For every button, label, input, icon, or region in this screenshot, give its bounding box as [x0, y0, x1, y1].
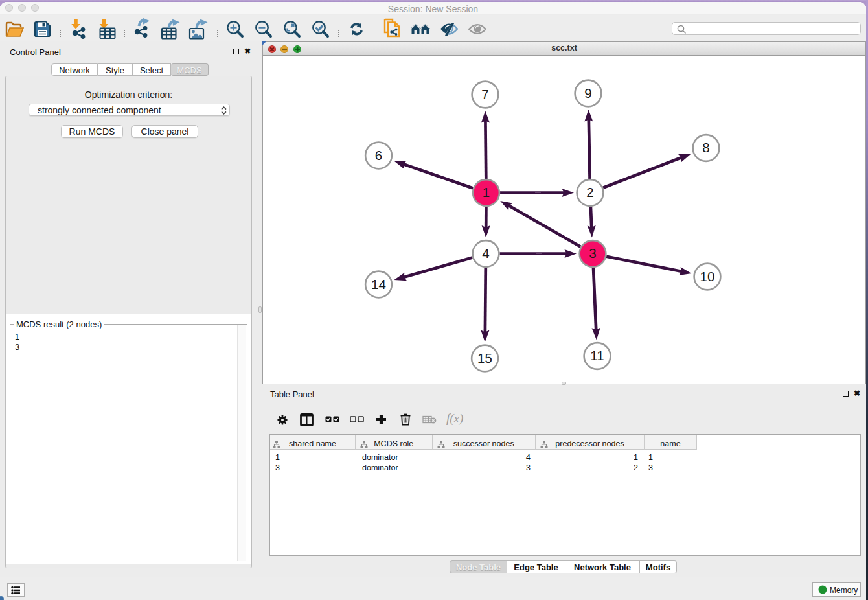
svg-text:9: 9 [584, 86, 591, 100]
svg-text:10: 10 [700, 269, 715, 284]
svg-text:15: 15 [477, 351, 492, 365]
svg-text:14: 14 [371, 277, 386, 292]
svg-text:3: 3 [589, 246, 596, 260]
svg-text:2: 2 [586, 185, 593, 200]
svg-text:6: 6 [375, 148, 382, 163]
svg-text:7: 7 [481, 87, 488, 102]
svg-text:11: 11 [590, 348, 604, 363]
svg-text:1: 1 [483, 185, 490, 200]
svg-text:4: 4 [482, 246, 489, 260]
svg-text:8: 8 [702, 140, 709, 155]
